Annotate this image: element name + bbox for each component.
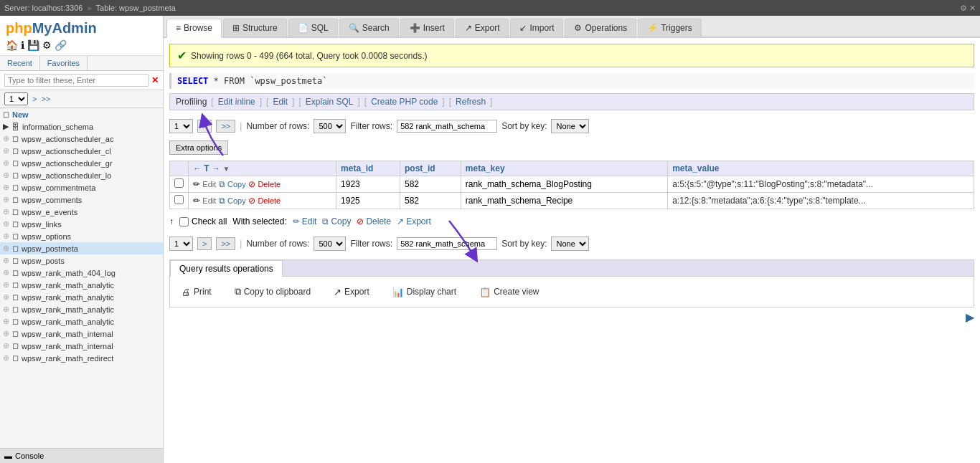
scroll-right-icon[interactable]: ▶	[966, 311, 974, 323]
th-nav[interactable]: ← T → ▼	[189, 161, 336, 176]
check-all-label[interactable]: Check all	[179, 216, 227, 226]
sidebar-item-postmeta[interactable]: ⊕ ◻ wpsw_postmeta	[0, 242, 163, 254]
sidebar-item-comments[interactable]: ⊕ ◻ wpsw_comments	[0, 194, 163, 206]
export-button[interactable]: ↗ Export	[329, 285, 374, 300]
post-id-link[interactable]: post_id	[405, 163, 435, 173]
edit-inline-link[interactable]: Edit inline	[218, 97, 255, 107]
ws-copy-button[interactable]: ⧉ Copy	[322, 216, 351, 226]
link-icon[interactable]: 🔗	[55, 39, 67, 51]
sidebar-item-e-events[interactable]: ⊕ ◻ wpsw_e_events	[0, 206, 163, 218]
edit-button-1[interactable]: Edit	[202, 180, 216, 188]
copy-clipboard-button[interactable]: ⧉ Copy to clipboard	[230, 284, 315, 300]
sidebar-item-rank-math-redirect[interactable]: ⊕ ◻ wpsw_rank_math_redirect	[0, 352, 163, 364]
sidebar-item-commentmeta[interactable]: ⊕ ◻ wpsw_commentmeta	[0, 181, 163, 194]
edit-link[interactable]: Edit	[273, 97, 288, 107]
th-meta-key[interactable]: meta_key	[461, 161, 667, 176]
delete-button-2[interactable]: Delete	[258, 196, 281, 205]
page-select[interactable]: 1	[4, 92, 28, 105]
tab-triggers[interactable]: ⚡ Triggers	[638, 19, 702, 37]
th-meta-id[interactable]: meta_id	[336, 161, 400, 176]
extra-options-button[interactable]: Extra options	[169, 140, 228, 155]
check-all-checkbox[interactable]	[179, 217, 189, 226]
create-php-link[interactable]: Create PHP code	[371, 97, 438, 107]
console-button[interactable]: ▬ Console	[0, 448, 163, 463]
next-next-page-button-top[interactable]: >>	[216, 120, 235, 133]
refresh-link[interactable]: Refresh	[456, 97, 486, 107]
edit-button-2[interactable]: Edit	[202, 196, 216, 205]
meta-value-link[interactable]: meta_value	[672, 163, 719, 173]
sidebar-item-options[interactable]: ⊕ ◻ wpsw_options	[0, 230, 163, 242]
th-checkbox	[170, 161, 189, 176]
th-sort-dropdown[interactable]: ▼	[222, 165, 230, 173]
tab-import[interactable]: ↙ Import	[510, 19, 563, 37]
gear-icon[interactable]: ⚙ ✕	[960, 4, 976, 13]
sidebar-item-actionscheduler-ac[interactable]: ⊕ ◻ wpsw_actionscheduler_ac	[0, 133, 163, 145]
copy-button-2[interactable]: Copy	[227, 196, 246, 205]
checkbox-2[interactable]	[174, 195, 184, 204]
delete-icon-1: ⊘	[248, 179, 255, 189]
sidebar-item-actionscheduler-lo[interactable]: ⊕ ◻ wpsw_actionscheduler_lo	[0, 169, 163, 181]
tab-browse[interactable]: ≡ Browse	[166, 19, 222, 38]
sidebar-item-information-schema[interactable]: ▶ 🗄 information_schema	[0, 120, 163, 133]
filter-rows-input-top[interactable]	[397, 120, 497, 133]
save-icon[interactable]: 💾	[27, 39, 39, 51]
copy-button-1[interactable]: Copy	[227, 180, 246, 188]
settings-icon[interactable]: ⚙	[42, 39, 52, 51]
tab-export[interactable]: ↗ Export	[456, 19, 509, 37]
sidebar-item-rank-math-analytic-2[interactable]: ⊕ ◻ wpsw_rank_math_analytic	[0, 291, 163, 303]
next-page-button-top[interactable]: >	[197, 120, 212, 133]
sidebar-item-label: wpsw_rank_math_analytic	[22, 305, 114, 314]
print-button[interactable]: 🖨 Print	[177, 285, 216, 300]
row-checkbox-2[interactable]	[170, 193, 189, 209]
ws-delete-button[interactable]: ⊘ Delete	[357, 216, 391, 226]
sort-select-bottom[interactable]: None	[551, 237, 589, 251]
sidebar-item-rank-math-analytic-1[interactable]: ⊕ ◻ wpsw_rank_math_analytic	[0, 279, 163, 291]
sidebar-item-posts[interactable]: ⊕ ◻ wpsw_posts	[0, 254, 163, 267]
ws-export-button[interactable]: ↗ Export	[397, 216, 431, 226]
checkbox-1[interactable]	[174, 178, 184, 188]
sort-label-bottom: Sort by key:	[501, 239, 547, 249]
th-post-id[interactable]: post_id	[400, 161, 461, 176]
recent-tab[interactable]: Recent	[0, 56, 40, 70]
tab-search[interactable]: 🔍 Search	[339, 19, 399, 37]
query-results-tab[interactable]: Query results operations	[170, 260, 283, 277]
sidebar-item-rank-math-analytic-4[interactable]: ⊕ ◻ wpsw_rank_math_analytic	[0, 315, 163, 328]
create-view-button[interactable]: 📋 Create view	[475, 285, 543, 300]
sort-select-top[interactable]: None	[551, 119, 589, 133]
rows-select-top[interactable]: 500	[314, 119, 346, 133]
filter-input[interactable]	[4, 74, 149, 87]
filter-rows-input-bottom[interactable]	[397, 237, 497, 250]
tab-insert[interactable]: ➕ Insert	[400, 19, 454, 37]
sidebar-item-rank-math-analytic-3[interactable]: ⊕ ◻ wpsw_rank_math_analytic	[0, 303, 163, 315]
row-checkbox-1[interactable]	[170, 176, 189, 193]
nav-next-next-button[interactable]: >>	[41, 95, 50, 103]
tab-operations[interactable]: ⚙ Operations	[565, 19, 636, 37]
page-select-top[interactable]: 1	[169, 119, 193, 133]
next-next-page-button-bottom[interactable]: >>	[216, 237, 235, 250]
favorites-tab[interactable]: Favorites	[40, 56, 88, 70]
info-icon[interactable]: ℹ	[21, 39, 24, 51]
filter-clear-button[interactable]: ✕	[151, 75, 159, 85]
sidebar-item-rank-math-404[interactable]: ⊕ ◻ wpsw_rank_math_404_log	[0, 267, 163, 279]
sidebar-item-new[interactable]: ◻ New	[0, 108, 163, 120]
delete-button-1[interactable]: Delete	[258, 180, 281, 188]
sidebar-item-actionscheduler-gr[interactable]: ⊕ ◻ wpsw_actionscheduler_gr	[0, 157, 163, 169]
sidebar-item-links[interactable]: ⊕ ◻ wpsw_links	[0, 218, 163, 230]
next-page-button-bottom[interactable]: >	[197, 237, 212, 250]
nav-next-button[interactable]: >	[32, 95, 37, 103]
th-meta-value[interactable]: meta_value	[668, 161, 974, 176]
rows-select-bottom[interactable]: 500	[314, 237, 346, 251]
home-icon[interactable]: 🏠	[6, 39, 18, 51]
meta-id-link[interactable]: meta_id	[341, 163, 373, 173]
sidebar-item-rank-math-internal-2[interactable]: ⊕ ◻ wpsw_rank_math_internal	[0, 340, 163, 352]
ws-edit-button[interactable]: ✏ Edit	[293, 216, 317, 226]
tab-structure[interactable]: ⊞ Structure	[223, 19, 287, 37]
meta-key-link[interactable]: meta_key	[466, 163, 505, 173]
page-select-bottom[interactable]: 1	[169, 237, 193, 251]
sidebar-item-actionscheduler-cl[interactable]: ⊕ ◻ wpsw_actionscheduler_cl	[0, 145, 163, 157]
display-chart-button[interactable]: 📊 Display chart	[388, 285, 461, 300]
tab-sql[interactable]: 📄 SQL	[288, 19, 338, 37]
sidebar-item-rank-math-internal-1[interactable]: ⊕ ◻ wpsw_rank_math_internal	[0, 328, 163, 340]
explain-sql-link[interactable]: Explain SQL	[306, 97, 354, 107]
sidebar-item-label: wpsw_actionscheduler_gr	[22, 159, 113, 168]
